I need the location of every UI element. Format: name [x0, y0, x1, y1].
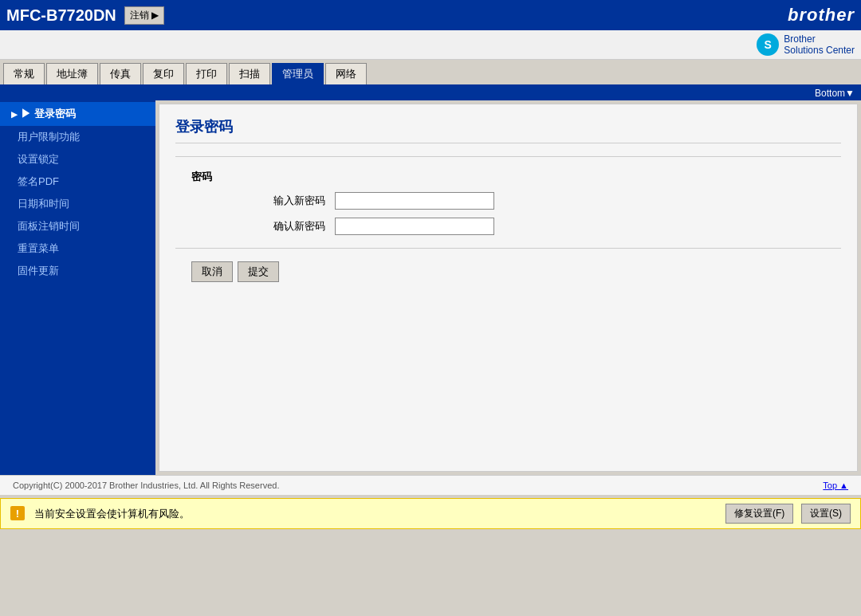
- sidebar: ▶ 登录密码用户限制功能设置锁定签名PDF日期和时间面板注销时间重置菜单固件更新: [0, 100, 155, 475]
- nav-tab-管理员[interactable]: 管理员: [272, 63, 324, 84]
- nav-tab-网络[interactable]: 网络: [325, 63, 367, 84]
- new-password-row: 输入新密码: [175, 192, 841, 210]
- nav-tab-地址簿[interactable]: 地址簿: [46, 63, 98, 84]
- main-layout: ▶ 登录密码用户限制功能设置锁定签名PDF日期和时间面板注销时间重置菜单固件更新…: [0, 100, 861, 475]
- sidebar-subitem-1[interactable]: 用户限制功能: [0, 126, 155, 148]
- top-link[interactable]: Top ▲: [823, 481, 848, 490]
- bottom-bar: Bottom▼: [0, 86, 861, 100]
- new-password-input[interactable]: [335, 192, 494, 210]
- sidebar-item-0[interactable]: ▶ 登录密码: [0, 102, 155, 126]
- security-warning-text: 当前安全设置会使计算机有风险。: [34, 508, 190, 520]
- warning-icon: !: [10, 506, 25, 520]
- solutions-bar: S Brother Solutions Center: [0, 30, 861, 60]
- sidebar-subitem-7[interactable]: 固件更新: [0, 260, 155, 282]
- submit-form-button[interactable]: 提交: [238, 261, 279, 282]
- header-left: MFC-B7720DN 注销 ▶: [6, 6, 164, 25]
- nav-tab-常规[interactable]: 常规: [3, 63, 45, 84]
- form-buttons: 取消 提交: [175, 261, 841, 282]
- divider-bottom: [175, 248, 841, 249]
- cancel-form-button[interactable]: 取消: [191, 261, 233, 282]
- copyright-text: Copyright(C) 2000-2017 Brother Industrie…: [13, 481, 279, 490]
- sidebar-subitem-4[interactable]: 日期和时间: [0, 193, 155, 215]
- fix-settings-button[interactable]: 修复设置(F): [725, 504, 793, 524]
- cancel-button[interactable]: 注销 ▶: [124, 6, 164, 25]
- header-right: brother: [788, 5, 855, 26]
- security-warning: ! 当前安全设置会使计算机有风险。: [10, 506, 190, 521]
- cancel-arrow-icon: ▶: [151, 10, 159, 21]
- confirm-password-input[interactable]: [335, 218, 494, 235]
- nav-tab-打印[interactable]: 打印: [186, 63, 227, 84]
- sidebar-subitem-3[interactable]: 签名PDF: [0, 171, 155, 193]
- model-title: MFC-B7720DN: [6, 6, 116, 25]
- divider-top: [175, 156, 841, 157]
- bottom-link[interactable]: Bottom▼: [815, 88, 855, 99]
- cancel-label: 注销: [130, 9, 149, 22]
- nav-tabs: 常规地址簿传真复印打印扫描管理员网络: [0, 60, 861, 86]
- nav-tab-复印[interactable]: 复印: [143, 63, 184, 84]
- confirm-password-label: 确认新密码: [191, 219, 335, 233]
- section-label: 密码: [191, 170, 841, 184]
- solutions-center-link[interactable]: S Brother Solutions Center: [757, 33, 855, 56]
- security-buttons: 修复设置(F) 设置(S): [721, 504, 851, 524]
- settings-button[interactable]: 设置(S): [801, 504, 851, 524]
- confirm-password-row: 确认新密码: [175, 218, 841, 235]
- brother-logo: brother: [788, 5, 855, 26]
- sidebar-subitem-6[interactable]: 重置菜单: [0, 237, 155, 260]
- solutions-icon: S: [757, 33, 779, 56]
- sidebar-subitem-5[interactable]: 面板注销时间: [0, 215, 155, 237]
- header: MFC-B7720DN 注销 ▶ brother: [0, 0, 861, 30]
- security-bar: ! 当前安全设置会使计算机有风险。 修复设置(F) 设置(S): [0, 498, 861, 529]
- solutions-text: Brother Solutions Center: [784, 33, 855, 56]
- nav-tab-扫描[interactable]: 扫描: [229, 63, 270, 84]
- sidebar-subitem-2[interactable]: 设置锁定: [0, 148, 155, 171]
- new-password-label: 输入新密码: [191, 194, 335, 208]
- nav-tab-传真[interactable]: 传真: [100, 63, 141, 84]
- content-title: 登录密码: [175, 117, 841, 143]
- content-area: 登录密码 密码 输入新密码 确认新密码 取消 提交: [159, 104, 858, 472]
- footer: Copyright(C) 2000-2017 Brother Industrie…: [0, 475, 861, 495]
